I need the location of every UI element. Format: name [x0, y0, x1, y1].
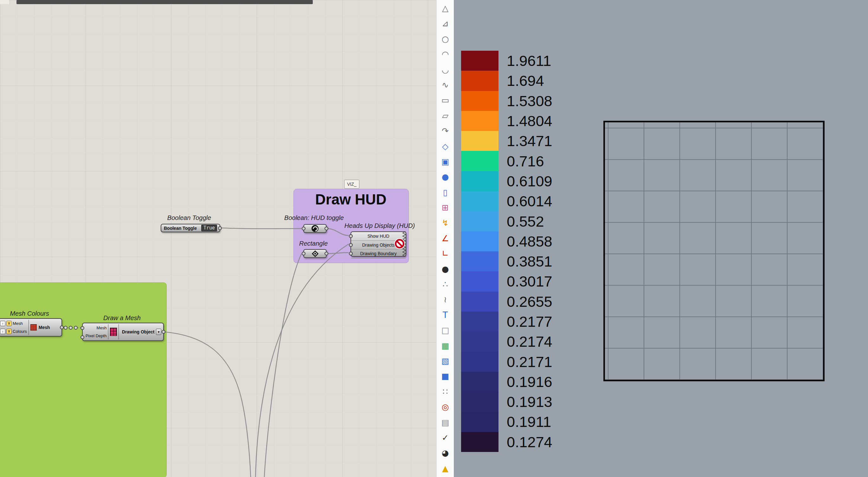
input-nub[interactable]	[81, 326, 84, 330]
arrow-flag-icon[interactable]: ↑	[0, 329, 5, 334]
draw-a-mesh-component[interactable]: Mesh Pixel Depth Drawing Object ▼	[82, 323, 164, 341]
toolbar-button[interactable]: ●	[438, 263, 452, 275]
legend-value: 0.2655	[507, 294, 552, 309]
input-nub[interactable]	[302, 252, 306, 256]
rectangle-param-component[interactable]	[303, 249, 327, 258]
toolbar-button[interactable]: ∠	[438, 232, 452, 245]
input-nub[interactable]	[302, 227, 306, 231]
error-prohibition-icon[interactable]	[395, 239, 404, 248]
input-nub[interactable]	[349, 252, 353, 256]
toolbar-button[interactable]: ▧	[438, 355, 452, 367]
mesh-colours-component[interactable]: ↑ Y Mesh ↑ Y Colours Mesh	[0, 318, 62, 336]
toolbar-button[interactable]: ▤	[438, 416, 452, 429]
toolbar-button[interactable]: ↷	[438, 124, 452, 137]
horizontal-scrollbar-thumb[interactable]	[17, 0, 313, 4]
output-nub[interactable]	[60, 326, 64, 329]
toolbar-button[interactable]: ∿	[438, 79, 452, 91]
toolbar-button[interactable]: ⊞	[438, 201, 452, 214]
toggle-value[interactable]: True	[201, 225, 217, 231]
legend-row: 0.6109	[461, 171, 552, 191]
toolbar-button[interactable]: ▦	[438, 339, 452, 352]
ellipsoid-icon: ●	[442, 173, 449, 181]
input-label: Drawing Objects	[362, 242, 395, 247]
hud-grid-svg	[605, 122, 823, 380]
toolbar-button[interactable]: ▲	[438, 462, 452, 475]
toolbar-button[interactable]: ◎	[438, 400, 452, 413]
legend-swatch	[461, 372, 498, 392]
legend-row: 1.5308	[461, 91, 552, 111]
rhino-viewport[interactable]: 1.96111.6941.53081.48041.34710.7160.6109…	[454, 0, 868, 477]
dimension-icon: ∠	[441, 234, 449, 242]
output-nub[interactable]	[218, 226, 222, 230]
input-row: ↑ Y Mesh	[0, 321, 27, 326]
legend-value: 0.1274	[507, 435, 552, 449]
arrow-flag-icon[interactable]: ↑	[0, 321, 5, 326]
preview-toggle-button[interactable]: ▼	[156, 329, 161, 335]
legend-swatch	[461, 191, 498, 211]
toolbar-button[interactable]: □	[438, 324, 452, 336]
toolbar-button[interactable]: ▭	[438, 94, 452, 107]
boolean-toggle-component[interactable]: Boolean Toggle True	[161, 224, 220, 232]
output-nub[interactable]	[324, 252, 328, 256]
divider	[29, 320, 29, 335]
input-nub[interactable]	[349, 243, 353, 247]
toolbar-button[interactable]: ▱	[438, 109, 452, 122]
points-icon: ∴	[443, 280, 448, 289]
input-label: Mesh	[13, 321, 23, 326]
toolbar-button[interactable]: ▣	[438, 155, 452, 168]
toolbar-button[interactable]: ◠	[438, 48, 452, 61]
toolbar-button[interactable]: ●	[438, 171, 452, 183]
divider	[119, 324, 119, 339]
toolbar-button[interactable]: △	[438, 2, 452, 14]
legend: 1.96111.6941.53081.48041.34710.7160.6109…	[461, 51, 552, 452]
legend-row: 1.9611	[461, 51, 552, 71]
legend-row: 0.2655	[461, 292, 552, 311]
toolbar-button[interactable]: ◕	[438, 447, 452, 459]
legend-row: 0.3017	[461, 271, 552, 291]
output-nub[interactable]	[162, 330, 165, 334]
y-flag-icon[interactable]: Y	[6, 321, 12, 326]
point-grid-icon: ∷	[443, 388, 448, 396]
toolbar-button[interactable]: ⊿	[438, 17, 452, 30]
cone-icon: ▲	[442, 464, 448, 473]
input-nub[interactable]	[81, 335, 84, 339]
toolbar-button[interactable]: ∟	[438, 247, 452, 260]
toolbar-button[interactable]: ○	[438, 33, 452, 45]
toolbar-button[interactable]: ∴	[438, 278, 452, 291]
grasshopper-canvas[interactable]: Boolean Toggle Boolean Toggle True VIZ_ …	[0, 0, 437, 477]
boolean-param-icon	[312, 225, 318, 232]
legend-row: 1.4804	[461, 111, 552, 131]
legend-row: 1.3471	[461, 131, 552, 151]
toolbar-button[interactable]: ◇	[438, 140, 452, 153]
legend-swatch	[461, 111, 498, 131]
toolbar-button[interactable]: ∷	[438, 385, 452, 398]
y-flag-icon[interactable]: Y	[6, 329, 12, 334]
rhino-toolbar-strip: △⊿○◠◡∿▭▱↷◇▣●▯⊞↯∠∟●∴≀T□▦▧■∷◎▤✓◕▲	[436, 0, 454, 477]
hud-toggle-param-component[interactable]	[303, 224, 327, 233]
input-label: Pixel Depth	[85, 333, 106, 338]
legend-swatch	[461, 432, 498, 452]
input-nub[interactable]	[349, 234, 353, 238]
legend-value: 1.4804	[507, 114, 552, 128]
toolbar-button[interactable]: ↯	[438, 216, 452, 229]
scrollbar-corner	[0, 0, 10, 4]
toolbar-button[interactable]: T	[438, 309, 452, 321]
solid-box-icon: ■	[441, 372, 450, 380]
group-tag[interactable]: VIZ_	[344, 180, 360, 188]
toolbar-button[interactable]: ■	[438, 370, 452, 383]
toolbar-button[interactable]: ◡	[438, 63, 452, 76]
legend-swatch	[461, 91, 498, 111]
drawing-boundary-input-row[interactable]: Drawing Boundary	[351, 249, 406, 258]
legend-swatch	[461, 71, 498, 91]
legend-value: 0.1916	[507, 374, 552, 389]
bounding-box-icon: □	[441, 326, 450, 334]
legend-swatch	[461, 131, 498, 151]
output-nub[interactable]	[324, 227, 328, 231]
legend-value: 1.694	[507, 73, 544, 88]
toolbar-button[interactable]: ≀	[438, 293, 452, 306]
pin-icon: ◎	[442, 403, 449, 411]
legend-value: 0.3851	[507, 254, 552, 269]
toolbar-button[interactable]: ✓	[438, 431, 452, 444]
toolbar-button[interactable]: ▯	[438, 186, 452, 199]
legend-swatch	[461, 392, 498, 412]
